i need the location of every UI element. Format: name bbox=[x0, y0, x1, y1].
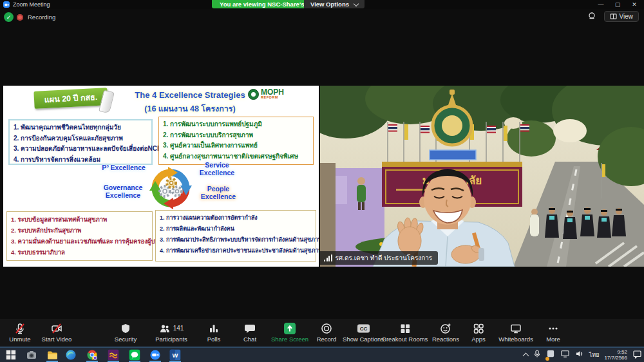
shared-screen-content: แผน 20 ปี กสธ. The 4 Excellence Strategi… bbox=[3, 86, 319, 267]
audio-level-icon bbox=[324, 254, 332, 262]
gears-icon bbox=[160, 178, 182, 196]
more-button[interactable]: More bbox=[522, 321, 584, 343]
clock-time: 9:52 bbox=[604, 349, 627, 355]
start-button[interactable] bbox=[6, 350, 16, 360]
taskbar-line[interactable] bbox=[129, 350, 140, 361]
tray-speaker-icon[interactable] bbox=[575, 349, 584, 361]
close-button[interactable]: ✕ bbox=[626, 0, 643, 9]
clock-date: 17/7/2566 bbox=[604, 355, 627, 361]
view-button-label: View bbox=[620, 13, 634, 20]
blue-plaque bbox=[430, 150, 476, 160]
service-excellence-box: 1. การพัฒนาระบบการแพทย์ปฐมภูมิ 2. การพัฒ… bbox=[158, 117, 314, 165]
taskbar-photo-app[interactable] bbox=[108, 350, 119, 361]
video-scene: มหาวิทยาลัย bbox=[320, 86, 644, 267]
minimize-button[interactable]: — bbox=[592, 0, 609, 9]
encryption-shield-icon: ✓ bbox=[4, 12, 14, 22]
strategy-item: 2. การผลิตและพัฒนากำลังคน bbox=[160, 224, 312, 234]
taskbar-zoom[interactable] bbox=[150, 350, 161, 361]
photo-app-icon bbox=[108, 350, 119, 361]
recording-indicator: Recording bbox=[28, 14, 55, 21]
strategy-item: 3. ความมั่นคงด้านยาและเวชภัณฑ์และ การคุ้… bbox=[11, 236, 148, 247]
cycle-arrows-diagram bbox=[142, 162, 200, 214]
moph-emblem-icon bbox=[248, 89, 259, 100]
strategy-item: 4. ระบบธรรมาภิบาล bbox=[11, 247, 148, 258]
taskbar-clock[interactable]: 9:52 17/7/2566 bbox=[604, 349, 627, 361]
word-icon: W bbox=[170, 350, 181, 361]
windows-icon bbox=[6, 350, 16, 360]
moph-logo: MOPH REFORM bbox=[248, 89, 284, 100]
strategy-item: 1. การพัฒนาระบบการแพทย์ปฐมภูมิ bbox=[163, 119, 309, 130]
strategy-item: 3. ความปลอดภัยด้านอาหารและลดปัจจัยเสี่ยง… bbox=[14, 144, 147, 155]
strategy-item: 3. ศูนย์ความเป็นเลิศทางการแพทย์ bbox=[163, 140, 309, 151]
speaker-icon[interactable] bbox=[587, 12, 596, 22]
taskbar-camera-app[interactable] bbox=[26, 349, 37, 361]
people-excellence-box: 1. การวางแผนความต้องการอัตรากำลัง 2. การ… bbox=[155, 210, 316, 262]
line-icon bbox=[129, 350, 140, 361]
participant-name-tag: รศ.ดร.เดชา ทำดี ประธานโครงการ bbox=[320, 251, 438, 265]
strategy-item: 4. ศูนย์กลางสุขภาพนานาชาติ/เขตเศรษฐกิจพิ… bbox=[163, 151, 309, 162]
zoom-toolbar: Unmute Start Video Security 141 Particip… bbox=[0, 319, 644, 347]
camera-icon bbox=[26, 349, 37, 361]
window-title-bar: Zoom Meeting You are viewing NSC-Share's… bbox=[0, 0, 644, 9]
notification-dot bbox=[545, 357, 549, 361]
ellipsis-icon bbox=[522, 321, 584, 335]
taskbar-edge[interactable] bbox=[66, 350, 77, 361]
prevention-excellence-box: 1. พัฒนาคุณภาพชีวิตคนไทยทุกกลุ่มวัย 2. ก… bbox=[8, 119, 153, 165]
svg-text:W: W bbox=[173, 352, 178, 359]
participant-video: มหาวิทยาลัย bbox=[320, 86, 644, 267]
participant-name: รศ.ดร.เดชา ทำดี ประธานโครงการ bbox=[336, 253, 433, 263]
meeting-stage: แผน 20 ปี กสธ. The 4 Excellence Strategi… bbox=[0, 26, 644, 319]
taskbar-chrome[interactable] bbox=[87, 350, 98, 361]
tray-chevron-up-icon[interactable] bbox=[522, 352, 529, 359]
meeting-info-bar: ✓ Recording View bbox=[0, 9, 644, 26]
camera-off-icon bbox=[26, 321, 88, 335]
participants-icon bbox=[159, 323, 171, 334]
tray-app-icon[interactable] bbox=[546, 349, 555, 361]
view-options-label: View Options bbox=[310, 1, 349, 8]
zoom-app-icon bbox=[3, 1, 10, 8]
chrome-icon bbox=[87, 350, 98, 361]
view-button[interactable]: View bbox=[604, 11, 639, 22]
strategy-item: 1. พัฒนาคุณภาพชีวิตคนไทยทุกกลุ่มวัย bbox=[14, 122, 147, 133]
action-center-icon[interactable] bbox=[632, 349, 642, 361]
strategy-item: 1. ระบบข้อมูลสารสนเทศด้านสุขภาพ bbox=[11, 214, 148, 225]
start-video-button[interactable]: Start Video bbox=[26, 321, 88, 343]
edge-icon bbox=[66, 350, 77, 361]
plan-ribbon: แผน 20 ปี กสธ. bbox=[33, 88, 108, 109]
strategy-item: 2. การพัฒนาระบบบริการสุขภาพ bbox=[163, 130, 309, 141]
recording-dot-icon bbox=[17, 14, 23, 21]
strategy-item: 2. ระบบหลักประกันสุขภาพ bbox=[11, 225, 148, 236]
taskbar-word[interactable]: W bbox=[170, 350, 181, 361]
taskbar-file-explorer[interactable] bbox=[46, 349, 58, 361]
system-tray: ไทย 9:52 17/7/2566 bbox=[524, 348, 642, 362]
governance-excellence-box: 1. ระบบข้อมูลสารสนเทศด้านสุขภาพ 2. ระบบห… bbox=[6, 211, 153, 261]
maximize-button[interactable]: ▢ bbox=[609, 0, 626, 9]
strategy-item: 3. การพัฒนาประสิทธิภาพระบบบริหารจัดการกำ… bbox=[160, 234, 312, 245]
participants-count-badge: 141 bbox=[173, 325, 184, 332]
svg-text:CC: CC bbox=[359, 326, 367, 332]
tray-microphone-icon[interactable] bbox=[533, 349, 541, 361]
windows-taskbar: W ไทย 9:52 17/7/2566 bbox=[0, 347, 644, 362]
window-title: Zoom Meeting bbox=[13, 1, 50, 8]
language-indicator[interactable]: ไทย bbox=[589, 350, 600, 359]
slide-title: The 4 Excellence Strategies bbox=[116, 90, 264, 100]
zoom-icon bbox=[150, 350, 161, 361]
folder-icon bbox=[46, 349, 58, 361]
slide-subtitle: (16 แผนงาน 48 โครงการ) bbox=[116, 102, 264, 115]
tray-display-icon[interactable] bbox=[560, 349, 570, 361]
view-options-button[interactable]: View Options bbox=[304, 0, 365, 8]
chevron-down-icon bbox=[354, 1, 359, 6]
strategy-item: 2. การป้องกันควบคุมโรคและภัยสุขภาพ bbox=[14, 133, 147, 144]
strategy-item: 4. การพัฒนาเครือข่ายภาคประชาชนและประชาสั… bbox=[160, 245, 312, 256]
layout-icon bbox=[610, 13, 617, 20]
